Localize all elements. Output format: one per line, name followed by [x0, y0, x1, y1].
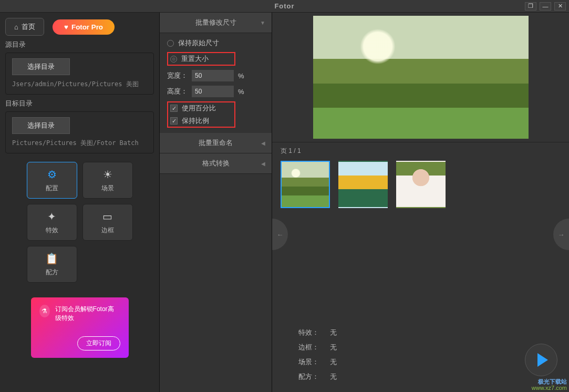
- resize-header-label: 批量修改尺寸: [195, 18, 236, 26]
- window-minimize-button[interactable]: ―: [540, 2, 551, 11]
- thumbnail-2[interactable]: [338, 161, 388, 208]
- thumbnails-bar: 页 1 / 1 ← → 特效： 无 边框： 无 场景： 无 配方： 无: [272, 142, 569, 392]
- summary-effect-val: 无: [330, 328, 361, 337]
- left-panel: ⌂ 首页 ♥ Fotor Pro 源目录 选择目录 目标目录 选择目录: [0, 13, 160, 392]
- summary-recipe-key: 配方：: [298, 372, 330, 381]
- arrow-right-icon: →: [558, 231, 565, 239]
- radio-reset-size[interactable]: 重置大小: [170, 54, 232, 64]
- preview-image: [313, 16, 529, 139]
- reset-size-label: 重置大小: [181, 54, 209, 64]
- chevron-left-icon: ◀: [261, 140, 265, 146]
- target-path-field[interactable]: [12, 138, 147, 148]
- summary-grid: 特效： 无 边框： 无 场景： 无 配方： 无: [298, 328, 361, 381]
- sparkle-icon: ✦: [47, 210, 56, 223]
- summary-scene-val: 无: [330, 357, 361, 367]
- window-controls: ❐ ― ✕: [525, 2, 566, 11]
- radio-keep-original[interactable]: 保持原始尺寸: [167, 38, 264, 48]
- tool-config[interactable]: ⚙ 配置: [27, 162, 77, 199]
- promo-text: 订阅会员解锁Fotor高级特效: [55, 305, 120, 323]
- target-dir-label: 目标目录: [5, 99, 154, 108]
- unit-label: %: [238, 88, 244, 96]
- height-label: 高度：: [167, 87, 188, 96]
- width-label: 宽度：: [167, 71, 188, 80]
- resize-accordion-header[interactable]: 批量修改尺寸 ▼: [160, 13, 272, 33]
- choose-source-button[interactable]: 选择目录: [12, 58, 70, 75]
- gear-icon: ⚙: [47, 168, 57, 181]
- source-dir-label: 源目录: [5, 40, 154, 49]
- target-dir-section: 目标目录 选择目录: [5, 99, 154, 153]
- summary-effect-key: 特效：: [298, 328, 330, 337]
- source-dir-section: 源目录 选择目录: [5, 40, 154, 95]
- subscribe-button[interactable]: 立即订阅: [77, 336, 120, 350]
- frame-icon: ▭: [102, 210, 112, 223]
- source-path-field[interactable]: [12, 79, 147, 89]
- summary-frame-val: 无: [330, 343, 361, 352]
- preview-panel: 页 1 / 1 ← → 特效： 无 边框： 无 场景： 无 配方： 无: [272, 13, 569, 392]
- rename-accordion-header[interactable]: 批量重命名 ◀: [160, 133, 272, 153]
- rename-header-label: 批量重命名: [199, 139, 233, 147]
- choose-target-button[interactable]: 选择目录: [12, 117, 70, 134]
- highlight-checkboxes: 使用百分比 保持比例: [167, 101, 235, 128]
- resize-accordion-body: 保持原始尺寸 重置大小 宽度： % 高度： % 使: [160, 33, 272, 133]
- tool-frame[interactable]: ▭ 边框: [82, 204, 133, 241]
- sun-icon: ☀: [103, 168, 112, 181]
- thumbnail-list: [281, 161, 561, 208]
- format-accordion-header[interactable]: 格式转换 ◀: [160, 153, 272, 174]
- prev-page-button[interactable]: ←: [272, 219, 288, 250]
- preview-area: [272, 13, 569, 142]
- checkbox-icon: [170, 105, 178, 112]
- tool-frame-label: 边框: [101, 226, 114, 235]
- play-icon: [537, 353, 548, 367]
- radio-icon: [167, 40, 174, 47]
- next-page-button[interactable]: →: [553, 219, 569, 250]
- highlight-reset-size: 重置大小: [167, 52, 235, 66]
- format-header-label: 格式转换: [202, 159, 230, 167]
- tool-scene[interactable]: ☀ 场景: [82, 162, 133, 199]
- summary-recipe-val: 无: [330, 372, 361, 381]
- heart-icon: ♥: [64, 23, 68, 31]
- use-percent-label: 使用百分比: [182, 104, 216, 113]
- tool-scene-label: 场景: [101, 184, 114, 193]
- tool-effect[interactable]: ✦ 特效: [27, 204, 77, 241]
- radio-icon: [170, 56, 177, 63]
- page-indicator: 页 1 / 1: [281, 147, 561, 156]
- summary-frame-key: 边框：: [298, 343, 330, 352]
- home-icon: ⌂: [14, 23, 18, 31]
- arrow-left-icon: ←: [277, 231, 284, 239]
- checkbox-keep-ratio[interactable]: 保持比例: [170, 116, 232, 126]
- chevron-left-icon: ◀: [261, 161, 265, 167]
- tool-effect-label: 特效: [46, 226, 58, 235]
- width-input[interactable]: [192, 70, 234, 81]
- thumbnail-3[interactable]: [396, 161, 446, 208]
- app-title: Fotor: [274, 2, 294, 10]
- tool-grid: ⚙ 配置 ☀ 场景 ✦ 特效 ▭ 边框 📋 配方: [27, 162, 133, 283]
- pro-label: Fotor Pro: [71, 23, 103, 31]
- thumbnail-1[interactable]: [281, 161, 330, 208]
- title-bar: Fotor ❐ ― ✕: [0, 0, 569, 13]
- keep-ratio-label: 保持比例: [182, 116, 209, 126]
- height-row: 高度： %: [167, 86, 264, 97]
- clipboard-icon: 📋: [45, 252, 58, 265]
- fotor-pro-button[interactable]: ♥ Fotor Pro: [53, 19, 115, 35]
- keep-original-label: 保持原始尺寸: [178, 38, 219, 48]
- tool-config-label: 配置: [46, 184, 58, 193]
- tool-recipe-label: 配方: [46, 268, 58, 277]
- chevron-down-icon: ▼: [260, 20, 265, 26]
- window-restore-button[interactable]: ❐: [525, 2, 536, 11]
- settings-panel: 批量修改尺寸 ▼ 保持原始尺寸 重置大小 宽度： % 高度：: [160, 13, 272, 392]
- summary-scene-key: 场景：: [298, 357, 330, 367]
- promo-card: ⚗ 订阅会员解锁Fotor高级特效 立即订阅: [31, 297, 129, 358]
- unit-label: %: [238, 72, 244, 80]
- checkbox-use-percent[interactable]: 使用百分比: [170, 104, 232, 113]
- tool-recipe[interactable]: 📋 配方: [27, 246, 77, 283]
- flask-icon: ⚗: [39, 305, 50, 317]
- window-close-button[interactable]: ✕: [554, 2, 566, 11]
- width-row: 宽度： %: [167, 70, 264, 81]
- home-label: 首页: [22, 22, 35, 32]
- height-input[interactable]: [192, 86, 234, 97]
- checkbox-icon: [170, 117, 178, 125]
- home-button[interactable]: ⌂ 首页: [5, 18, 44, 36]
- run-batch-button[interactable]: [525, 344, 557, 376]
